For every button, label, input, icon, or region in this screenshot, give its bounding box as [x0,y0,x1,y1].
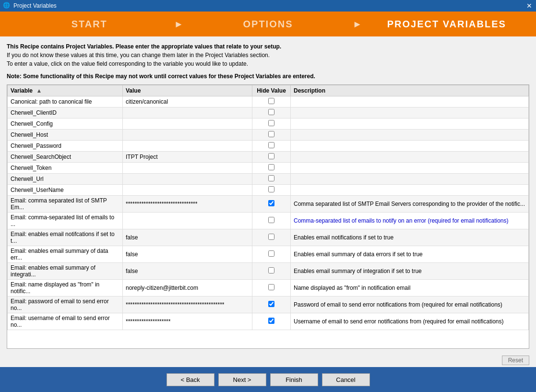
cell-hide-value[interactable] [252,163,291,174]
cell-value[interactable] [123,185,252,196]
variables-table-container: Variable ▲ Value Hide Value Description [7,84,529,349]
note-text: Note: Some functionality of this Recipe … [7,73,529,80]
cell-variable: Email: enables email summary of data err… [8,246,123,263]
cell-value[interactable]: false [123,263,252,280]
cell-hide-value[interactable] [252,152,291,163]
footer: < Back Next > Finish Cancel [0,367,536,392]
step-start: START [10,19,169,30]
cell-description: Name displayed as "from" in notification… [291,280,529,297]
reset-button[interactable]: Reset [502,356,529,365]
arrow-1: ► [174,19,183,30]
cell-variable: Canonical: path to canonical file [8,96,123,107]
cell-hide-value[interactable] [252,185,291,196]
close-button[interactable]: ✕ [525,2,533,10]
cell-value[interactable]: false [123,246,252,263]
cell-variable: Cherwell_Token [8,163,123,174]
cell-value[interactable] [123,174,252,185]
intro-text: This Recipe contains Project Variables. … [7,42,529,68]
cell-hide-value[interactable] [252,263,291,280]
cell-hide-value[interactable] [252,196,291,213]
cell-variable: Email: comma-separated list of emails to… [8,213,123,229]
hide-value-checkbox[interactable] [268,120,274,126]
finish-button[interactable]: Finish [270,373,318,386]
cell-variable: Cherwell_Config [8,119,123,130]
cell-description [291,185,529,196]
next-button[interactable]: Next > [218,373,266,386]
hide-value-checkbox[interactable] [268,234,274,240]
cell-hide-value[interactable] [252,313,291,330]
table-row: Cherwell_Password [8,141,529,152]
cancel-button[interactable]: Cancel [322,373,370,386]
cell-variable: Cherwell_SearchObject [8,152,123,163]
cell-value[interactable] [123,107,252,119]
cell-description: Comma separated list of SMTP Email Serve… [291,196,529,213]
cell-description: Enables email summary of data errors if … [291,246,529,263]
cell-hide-value[interactable] [252,141,291,152]
cell-variable: Email: password of email to send error n… [8,297,123,313]
cell-value[interactable] [123,163,252,174]
table-row: Cherwell_Config [8,119,529,130]
hide-value-checkbox[interactable] [268,131,274,137]
cell-value[interactable] [123,213,252,229]
cell-value[interactable]: false [123,229,252,246]
cell-value[interactable] [123,130,252,141]
table-row: Email: enables email notifcations if set… [8,229,529,246]
cell-hide-value[interactable] [252,297,291,313]
hide-value-checkbox[interactable] [268,301,274,307]
hide-value-checkbox[interactable] [268,142,274,148]
hide-value-checkbox[interactable] [268,153,274,159]
hide-value-checkbox[interactable] [268,200,274,206]
cell-description [291,163,529,174]
intro-line2: If you do not know these values at this … [7,52,270,59]
cell-description [291,119,529,130]
hide-value-checkbox[interactable] [268,217,274,223]
hide-value-checkbox[interactable] [268,98,274,104]
hide-value-checkbox[interactable] [268,284,274,290]
cell-value[interactable]: ******************** [123,313,252,330]
table-row: Cherwell_SearchObjectITPT Project [8,152,529,163]
back-button[interactable]: < Back [167,373,214,386]
header-variable[interactable]: Variable ▲ [8,85,123,96]
title-bar: 🌐 Project Variables ✕ [0,0,536,12]
step-options: OPTIONS [188,19,347,30]
arrow-2: ► [353,19,362,30]
hide-value-checkbox[interactable] [268,186,274,192]
cell-value[interactable]: citizen/canonical [123,96,252,107]
cell-value[interactable] [123,119,252,130]
cell-variable: Cherwell_UserName [8,185,123,196]
cell-value[interactable]: ******************************** [123,196,252,213]
cell-hide-value[interactable] [252,213,291,229]
cell-value[interactable]: ****************************************… [123,297,252,313]
cell-hide-value[interactable] [252,119,291,130]
hide-value-checkbox[interactable] [268,109,274,115]
cell-variable: Email: enables email summary of integrat… [8,263,123,280]
hide-value-checkbox[interactable] [268,164,274,170]
hide-value-checkbox[interactable] [268,318,274,324]
cell-variable: Cherwell_ClientID [8,107,123,119]
cell-value[interactable] [123,141,252,152]
cell-hide-value[interactable] [252,280,291,297]
hide-value-checkbox[interactable] [268,175,274,181]
cell-hide-value[interactable] [252,96,291,107]
table-wrapper[interactable]: Variable ▲ Value Hide Value Description [7,85,529,348]
cell-variable: Email: enables email notifcations if set… [8,229,123,246]
table-row: Cherwell_Url [8,174,529,185]
cell-variable: Email: comma separated list of SMTP Em..… [8,196,123,213]
hide-value-checkbox[interactable] [268,250,274,257]
table-row: Email: comma separated list of SMTP Em..… [8,196,529,213]
cell-hide-value[interactable] [252,229,291,246]
cell-hide-value[interactable] [252,246,291,263]
cell-hide-value[interactable] [252,107,291,119]
cell-value[interactable]: ITPT Project [123,152,252,163]
hide-value-checkbox[interactable] [268,267,274,273]
cell-description [291,130,529,141]
intro-line1: This Recipe contains Project Variables. … [7,43,281,50]
cell-value[interactable]: noreply-citizen@jitterbit.com [123,280,252,297]
cell-hide-value[interactable] [252,130,291,141]
cell-hide-value[interactable] [252,174,291,185]
table-row: Canonical: path to canonical filecitizen… [8,96,529,107]
cell-variable: Cherwell_Host [8,130,123,141]
table-row: Email: username of email to send error n… [8,313,529,330]
table-row: Email: password of email to send error n… [8,297,529,313]
header-hide-value: Hide Value [252,85,291,96]
